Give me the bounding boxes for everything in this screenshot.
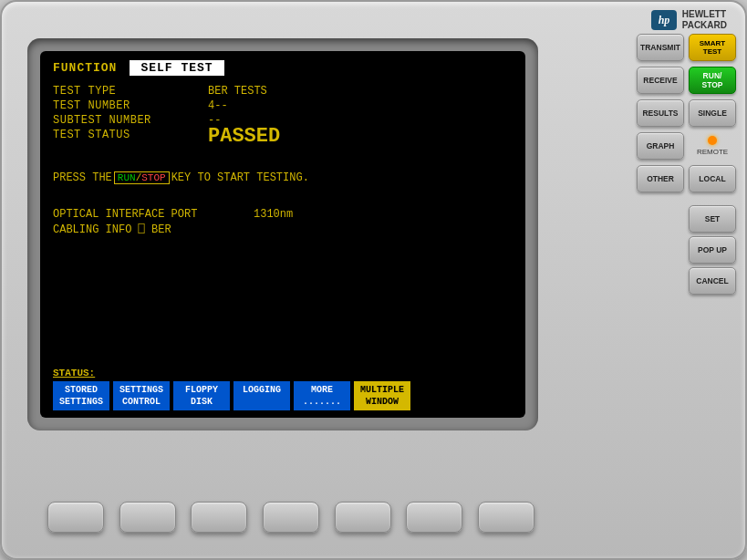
status-bar: STATUS: STORED SETTINGS SETTINGS CONTROL… (53, 362, 513, 410)
run-stop-badge: RUN/STOP (114, 171, 170, 184)
status-label: STATUS: (53, 368, 513, 379)
bottom-buttons (40, 502, 542, 533)
btn-row-4: GRAPH REMOTE (627, 132, 736, 160)
hw-button-3[interactable] (191, 502, 247, 533)
hw-button-6[interactable] (406, 502, 462, 533)
right-panel: TRANSMIT SMART TEST RECEIVE RUN/ STOP RE… (627, 34, 736, 295)
key-subtest-number: SUBTEST NUMBER (53, 114, 199, 127)
screen: FUNCTION SELF TEST TEST TYPE BER TESTS T… (40, 51, 525, 418)
screen-header: FUNCTION SELF TEST (53, 60, 513, 76)
hp-logo: hp (651, 10, 677, 30)
local-button[interactable]: LOCAL (689, 165, 736, 192)
hp-logo-area: hp HEWLETTPACKARD (651, 9, 727, 31)
softkey-logging[interactable]: LOGGING (233, 381, 290, 410)
btn-row-6: SET (627, 205, 736, 233)
optical-row-1: OPTICAL INTERFACE PORT 1310nm (53, 208, 513, 221)
optical-key-2: CABLING INFO ⎕ BER (53, 223, 244, 236)
key-test-type: TEST TYPE (53, 85, 199, 98)
press-instruction: PRESS THE RUN/STOP KEY TO START TESTING. (53, 171, 513, 184)
single-button[interactable]: SINGLE (689, 99, 736, 127)
other-button[interactable]: OTHER (637, 165, 684, 192)
hw-button-2[interactable] (119, 502, 176, 533)
screen-bezel: FUNCTION SELF TEST TEST TYPE BER TESTS T… (27, 38, 538, 430)
table-row: TEST NUMBER 4-- (53, 99, 513, 112)
btn-row-8: CANCEL (627, 267, 736, 295)
table-row: TEST TYPE BER TESTS (53, 85, 513, 98)
btn-row-3: RESULTS SINGLE (627, 99, 736, 127)
cancel-button[interactable]: CANCEL (689, 267, 736, 295)
val-test-number: 4-- (208, 99, 228, 112)
function-label: FUNCTION (53, 61, 117, 75)
smart-test-button[interactable]: SMART TEST (689, 34, 736, 61)
remote-label: REMOTE (697, 148, 728, 156)
popup-button[interactable]: POP UP (689, 236, 736, 264)
hw-button-7[interactable] (478, 502, 534, 533)
btn-row-5: OTHER LOCAL (627, 165, 736, 192)
softkey-settings-control[interactable]: SETTINGS CONTROL (113, 381, 170, 410)
softkey-floppy-disk[interactable]: FLOPPY DISK (173, 381, 230, 410)
press-after: KEY TO START TESTING. (171, 171, 309, 184)
info-table: TEST TYPE BER TESTS TEST NUMBER 4-- SUBT… (53, 85, 513, 150)
optical-row-2: CABLING INFO ⎕ BER (53, 223, 513, 236)
val-test-status: PASSED (208, 125, 280, 148)
softkey-stored-settings[interactable]: STORED SETTINGS (53, 381, 109, 410)
hw-button-5[interactable] (335, 502, 391, 533)
press-before: PRESS THE (53, 171, 112, 184)
hw-button-1[interactable] (47, 502, 104, 533)
btn-row-1: TRANSMIT SMART TEST (627, 34, 736, 61)
table-row: SUBTEST NUMBER -- (53, 114, 513, 127)
brand-text: HEWLETTPACKARD (682, 9, 727, 31)
results-button[interactable]: RESULTS (637, 99, 684, 127)
btn-row-7: POP UP (627, 236, 736, 264)
table-row: TEST STATUS PASSED (53, 129, 513, 148)
key-test-number: TEST NUMBER (53, 99, 199, 112)
receive-button[interactable]: RECEIVE (637, 67, 684, 94)
device: hp HEWLETTPACKARD 校正済 有効期限 17 10年03月 20年… (0, 0, 747, 560)
function-value: SELF TEST (130, 60, 223, 76)
softkey-row: STORED SETTINGS SETTINGS CONTROL FLOPPY … (53, 381, 513, 410)
transmit-button[interactable]: TRANSMIT (637, 34, 684, 61)
optical-val-1: 1310nm (254, 208, 293, 221)
graph-button[interactable]: GRAPH (637, 132, 684, 160)
remote-group: REMOTE (689, 136, 736, 156)
hw-button-4[interactable] (263, 502, 319, 533)
val-test-type: BER TESTS (208, 85, 267, 98)
run-text: RUN (118, 172, 136, 183)
optical-key-1: OPTICAL INTERFACE PORT (53, 208, 244, 221)
set-button[interactable]: SET (689, 205, 736, 233)
svg-text:hp: hp (658, 14, 669, 26)
optical-section: OPTICAL INTERFACE PORT 1310nm CABLING IN… (53, 208, 513, 238)
run-stop-button[interactable]: RUN/ STOP (689, 67, 736, 94)
stop-text: STOP (141, 172, 165, 183)
softkey-multiple-window[interactable]: MULTIPLE WINDOW (354, 381, 410, 410)
remote-indicator (708, 136, 717, 145)
btn-row-2: RECEIVE RUN/ STOP (627, 67, 736, 94)
softkey-more[interactable]: MORE ....... (294, 381, 350, 410)
key-test-status: TEST STATUS (53, 129, 199, 148)
